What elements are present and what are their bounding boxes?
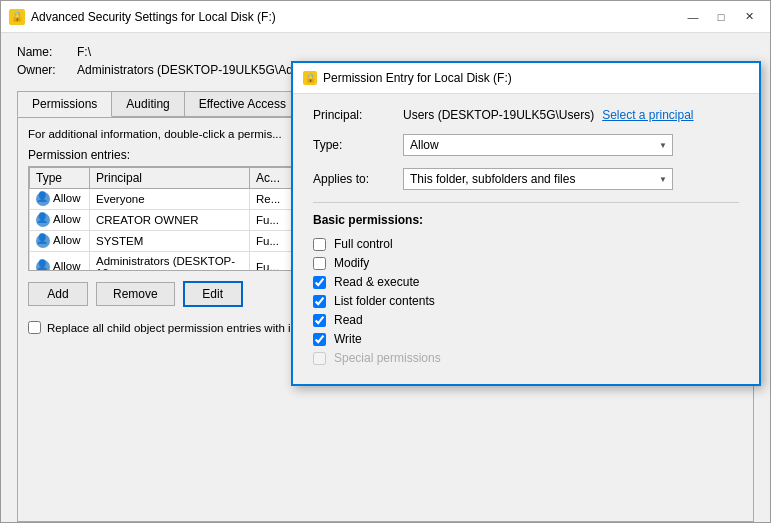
checkbox-modify[interactable]: [313, 257, 326, 270]
perm-list-folder: List folder contents: [313, 294, 739, 308]
window-title: Advanced Security Settings for Local Dis…: [31, 10, 680, 24]
window-controls: — □ ✕: [680, 6, 762, 28]
divider: [313, 202, 739, 203]
label-read-execute: Read & execute: [334, 275, 419, 289]
main-content: Name: F:\ Owner: Administrators (DESKTOP…: [1, 33, 770, 522]
type-select[interactable]: Allow: [403, 134, 673, 156]
type-label: Type:: [313, 138, 403, 152]
close-button[interactable]: ✕: [736, 6, 762, 28]
dialog-icon: 🔒: [303, 71, 317, 85]
label-special: Special permissions: [334, 351, 441, 365]
checkbox-read[interactable]: [313, 314, 326, 327]
perm-read: Read: [313, 313, 739, 327]
main-window: 🔒 Advanced Security Settings for Local D…: [0, 0, 771, 523]
label-list-folder: List folder contents: [334, 294, 435, 308]
checkbox-write[interactable]: [313, 333, 326, 346]
dialog-type-row: Type: Allow: [313, 134, 739, 156]
applies-to-select[interactable]: This folder, subfolders and files: [403, 168, 673, 190]
checkbox-list-folder[interactable]: [313, 295, 326, 308]
label-modify: Modify: [334, 256, 369, 270]
perm-read-execute: Read & execute: [313, 275, 739, 289]
principal-label: Principal:: [313, 108, 403, 122]
window-icon: 🔒: [9, 9, 25, 25]
checkbox-special: [313, 352, 326, 365]
checkbox-full-control[interactable]: [313, 238, 326, 251]
checkbox-read-execute[interactable]: [313, 276, 326, 289]
perm-modify: Modify: [313, 256, 739, 270]
dialog-principal-row: Principal: Users (DESKTOP-19ULK5G\Users)…: [313, 108, 739, 122]
dialog-title-text: Permission Entry for Local Disk (F:): [323, 71, 512, 85]
select-principal-link[interactable]: Select a principal: [602, 108, 693, 122]
dialog-overlay: 🔒 Permission Entry for Local Disk (F:) P…: [1, 33, 770, 522]
perm-full-control: Full control: [313, 237, 739, 251]
basic-permissions-label: Basic permissions:: [313, 213, 739, 227]
title-bar: 🔒 Advanced Security Settings for Local D…: [1, 1, 770, 33]
permission-entry-dialog: 🔒 Permission Entry for Local Disk (F:) P…: [291, 61, 761, 386]
perm-special: Special permissions: [313, 351, 739, 365]
type-select-wrapper: Allow: [403, 134, 673, 156]
dialog-applies-row: Applies to: This folder, subfolders and …: [313, 168, 739, 190]
label-full-control: Full control: [334, 237, 393, 251]
dialog-title-bar: 🔒 Permission Entry for Local Disk (F:): [293, 63, 759, 94]
label-read: Read: [334, 313, 363, 327]
perm-write: Write: [313, 332, 739, 346]
minimize-button[interactable]: —: [680, 6, 706, 28]
maximize-button[interactable]: □: [708, 6, 734, 28]
principal-value: Users (DESKTOP-19ULK5G\Users): [403, 108, 594, 122]
label-write: Write: [334, 332, 362, 346]
applies-to-label: Applies to:: [313, 172, 403, 186]
dialog-body: Principal: Users (DESKTOP-19ULK5G\Users)…: [293, 94, 759, 384]
applies-to-select-wrapper: This folder, subfolders and files: [403, 168, 673, 190]
